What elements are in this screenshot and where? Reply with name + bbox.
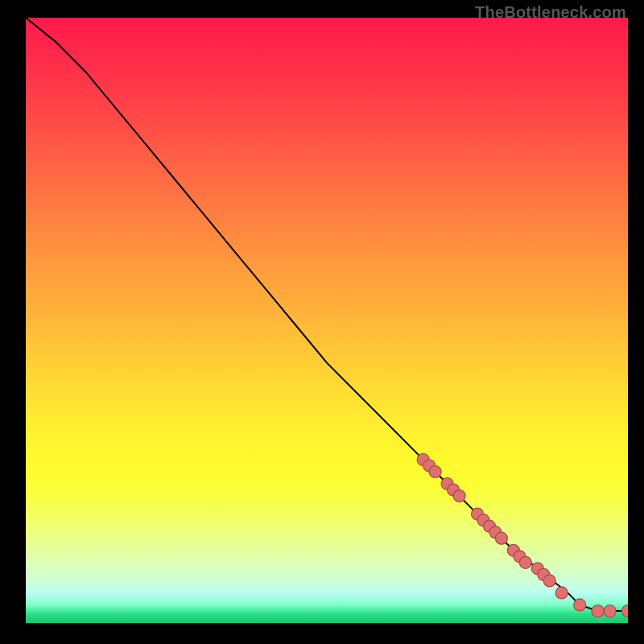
plot-area [26, 18, 628, 623]
data-point [429, 466, 441, 478]
data-point [453, 490, 465, 502]
data-point [543, 575, 555, 587]
data-point [495, 532, 507, 544]
data-point [592, 605, 604, 617]
watermark-text: TheBottleneck.com [475, 3, 626, 22]
chart-frame: TheBottleneck.com [0, 0, 644, 644]
data-point [604, 605, 616, 617]
data-point [574, 599, 586, 611]
chart-svg [26, 18, 628, 623]
curve-line [26, 18, 628, 611]
data-points [417, 454, 628, 617]
data-point [519, 556, 531, 568]
data-point [555, 587, 568, 599]
data-point [622, 605, 629, 617]
